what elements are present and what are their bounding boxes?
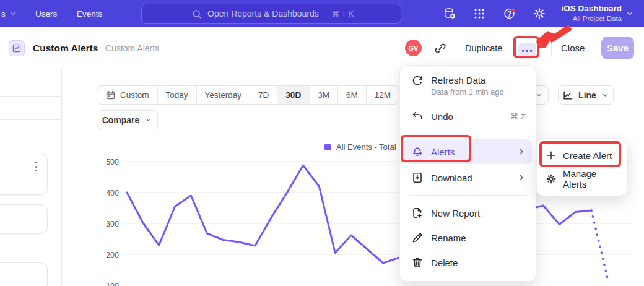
nav-item-label: Users	[35, 9, 57, 19]
range-yesterday[interactable]: Yesterday	[196, 86, 250, 104]
chart-type-button[interactable]: Line	[558, 85, 614, 105]
series-line-projection-dotted	[591, 210, 607, 278]
top-nav: s Users Events Open Reports & Dashboards…	[0, 0, 644, 27]
date-range-segmented-control: Custom Today Yesterday 7D 30D 3M 6M 12M	[97, 85, 399, 105]
menu-item-rename[interactable]: Rename	[404, 225, 532, 250]
sidebar-card[interactable]	[0, 204, 48, 234]
divider	[551, 40, 552, 57]
y-axis-tick-label: 500	[106, 158, 119, 167]
range-custom[interactable]: Custom	[97, 86, 157, 104]
chevron-down-icon	[9, 10, 17, 17]
plus-icon	[546, 150, 557, 161]
chevron-down-icon	[601, 91, 609, 99]
nav-item-label: Events	[77, 9, 102, 19]
help-icon[interactable]	[503, 7, 516, 20]
menu-item-label: New Report	[431, 208, 480, 219]
legend-label: All Events - Total	[336, 142, 396, 152]
menu-item-new-report[interactable]: New Report	[404, 201, 532, 225]
avatar[interactable]: GV	[405, 40, 422, 56]
search-placeholder: Open Reports & Dashboards	[207, 9, 319, 19]
menu-item-alerts[interactable]: Alerts	[404, 139, 532, 164]
y-axis-tick-label: 300	[106, 220, 119, 228]
menu-item-delete[interactable]: Delete	[404, 250, 532, 275]
submenu-item-create-alert[interactable]: Create Alert	[541, 144, 623, 167]
bell-plus-icon	[411, 145, 424, 158]
apps-grid-icon[interactable]	[472, 7, 486, 20]
submenu-item-label: Manage Alerts	[563, 168, 618, 189]
trash-icon	[411, 256, 424, 269]
calendar-icon	[105, 90, 116, 100]
workspace-scope: All Project Data	[549, 14, 622, 23]
new-report-icon	[411, 207, 424, 219]
menu-item-label: Delete	[431, 258, 458, 268]
menu-item-label: Alerts	[431, 147, 455, 157]
duplicate-button[interactable]: Duplicate	[465, 43, 502, 53]
nav-item-label: s	[1, 9, 6, 19]
search-shortcut: ⌘ + K	[331, 9, 354, 19]
save-button[interactable]: Save	[601, 37, 634, 59]
refresh-icon	[411, 75, 424, 87]
range-6m[interactable]: 6M	[337, 86, 366, 104]
breadcrumb: Custom Alerts	[105, 43, 159, 53]
workspace-switcher[interactable]: iOS Dashboard All Project Data	[549, 3, 622, 23]
nav-item-boards-partial[interactable]: s	[1, 0, 17, 27]
chevron-down-icon	[144, 116, 152, 124]
more-options-menu: Refresh Data Data from 1 min ago Undo ⌘ …	[399, 65, 536, 282]
ellipsis-icon	[522, 50, 524, 52]
data-source-icon[interactable]	[443, 7, 456, 20]
y-axis-tick-label: 100	[106, 282, 119, 286]
workspace-name: iOS Dashboard	[549, 3, 622, 14]
menu-item-undo[interactable]: Undo ⌘ Z	[404, 104, 532, 129]
legend-swatch	[324, 144, 331, 150]
report-type-icon	[9, 40, 25, 56]
range-today[interactable]: Today	[157, 86, 196, 104]
undo-icon	[411, 110, 424, 123]
chevron-right-icon	[517, 147, 526, 156]
nav-item-events[interactable]: Events	[77, 0, 102, 27]
gear-icon	[546, 173, 557, 184]
menu-item-shortcut: ⌘ Z	[510, 111, 526, 121]
submenu-item-label: Create Alert	[563, 150, 612, 161]
menu-item-sublabel: Data from 1 min ago	[431, 87, 504, 97]
kebab-menu-icon[interactable]	[35, 162, 37, 171]
global-search-input[interactable]: Open Reports & Dashboards ⌘ + K	[141, 4, 401, 24]
menu-item-label: Rename	[431, 233, 466, 243]
menu-item-label: Download	[431, 173, 472, 183]
close-button[interactable]: Close	[561, 43, 585, 53]
menu-divider	[409, 134, 527, 134]
alerts-submenu: Create Alert Manage Alerts	[536, 138, 627, 196]
y-axis-tick-label: 400	[106, 189, 119, 197]
menu-item-refresh-data[interactable]: Refresh Data Data from 1 min ago	[404, 72, 532, 102]
menu-item-download[interactable]: Download	[404, 165, 532, 190]
download-icon	[411, 171, 424, 184]
range-7d[interactable]: 7D	[250, 86, 277, 104]
chevron-right-icon	[517, 173, 526, 182]
range-12m[interactable]: 12M	[366, 86, 399, 104]
chart-legend[interactable]: All Events - Total	[324, 142, 396, 152]
share-link-button[interactable]	[434, 42, 446, 54]
y-axis-tick-label: 200	[106, 251, 119, 259]
menu-item-label: Refresh Data	[431, 75, 485, 85]
chevron-down-icon	[625, 9, 634, 18]
settings-icon[interactable]	[533, 7, 546, 20]
compare-button[interactable]: Compare	[97, 110, 158, 129]
sidebar-row-divider	[0, 119, 61, 120]
report-header: Custom Alerts Custom Alerts GV Duplicate…	[0, 27, 644, 69]
range-30d-active[interactable]: 30D	[277, 86, 309, 104]
more-options-button[interactable]	[518, 43, 536, 59]
line-chart-icon	[562, 90, 573, 101]
page-title: Custom Alerts	[33, 43, 98, 54]
line-chart-icon	[12, 43, 22, 53]
link-icon	[434, 42, 446, 54]
menu-divider	[409, 195, 527, 196]
sidebar-card[interactable]	[0, 154, 48, 195]
search-icon	[191, 9, 202, 20]
submenu-item-manage-alerts[interactable]: Manage Alerts	[541, 167, 623, 191]
sidebar-card[interactable]	[0, 262, 48, 286]
range-3m[interactable]: 3M	[309, 86, 337, 104]
sidebar-row-divider	[0, 96, 61, 97]
nav-item-users[interactable]: Users	[35, 0, 57, 27]
pencil-icon	[411, 232, 424, 244]
sidebar-divider	[61, 69, 62, 286]
menu-item-label: Undo	[431, 111, 453, 122]
